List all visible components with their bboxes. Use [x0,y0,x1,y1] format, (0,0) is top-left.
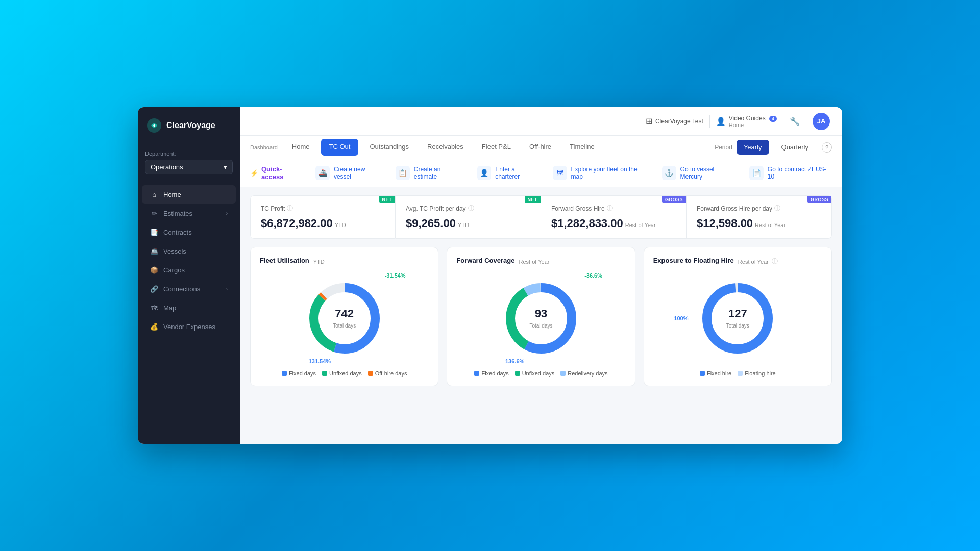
info-icon[interactable]: ⓘ [607,204,613,213]
header-divider [709,115,710,128]
top-annotation: -36.6% [584,272,602,279]
sidebar-item-label: Contracts [163,229,192,236]
quick-action-enter-charterer[interactable]: 👤 Enter a charterer [477,166,541,180]
legend-floating-hire: Floating hire [738,370,776,377]
app-name: ClearVoyage [166,121,215,130]
quick-action-create-vessel[interactable]: 🚢 Create new vessel [315,166,383,180]
wrench-icon: 🔧 [790,116,800,126]
main-content: ⊞ ClearVoyage Test 👤 Video Guides 4 Home [240,107,842,444]
top-annotation: -31.54% [385,272,406,279]
kpi-row: NET TC Profit ⓘ $6,872,982.00YTD NET Avg… [250,195,832,239]
cargos-icon: 📦 [150,266,158,274]
header-divider3 [806,115,806,128]
legend-unfixed-days: Unfixed days [515,370,555,377]
department-select[interactable]: Operations ▾ [145,160,233,174]
legend-dot [560,371,566,376]
sidebar-item-connections[interactable]: 🔗 Connections › [142,280,236,298]
chart-area: 742 Total days -31.54% 131.54% [260,272,429,364]
sidebar: ClearVoyage Department: Operations ▾ ⌂ H… [138,107,240,444]
vessel-icon: 🚢 [315,166,330,180]
quick-action-go-zeus[interactable]: 📄 Go to contract ZEUS-10 [749,166,832,180]
anchor-icon: ⚓ [662,166,676,180]
period-help-icon[interactable]: ? [822,142,832,153]
chart-forward-coverage: Forward Coverage Rest of Year [447,247,635,386]
chart-legend: Fixed days Unfixed days Off-hire days [260,370,429,377]
info-icon[interactable]: ⓘ [468,204,474,213]
legend-unfixed-days: Unfixed days [322,370,362,377]
sidebar-item-vessels[interactable]: 🚢 Vessels [142,242,236,260]
tab-home[interactable]: Home [284,136,318,159]
bottom-annotation: 131.54% [309,358,331,364]
sidebar-item-label: Connections [163,285,200,293]
chart-subtitle: Rest of Year [519,259,549,265]
legend-dot [700,371,705,376]
vessels-icon: 🚢 [150,247,158,255]
tab-receivables[interactable]: Receivables [419,136,472,159]
legend-dot [515,371,520,376]
map-icon: 🗺 [150,304,158,312]
vendor-icon: 💰 [150,322,158,331]
kpi-forward-gross-hire-day: GROSS Forward Gross Hire per day ⓘ $12,5… [687,195,832,239]
tab-tc-out[interactable]: TC Out [321,139,359,156]
video-guides-label: Video Guides 4 [729,115,777,122]
sidebar-item-vendor-expenses[interactable]: 💰 Vendor Expenses [142,317,236,336]
video-guides-icon: 👤 [716,117,726,126]
tab-fleet-pl[interactable]: Fleet P&L [474,136,519,159]
info-icon[interactable]: ⓘ [774,204,780,213]
top-header: ⊞ ClearVoyage Test 👤 Video Guides 4 Home [240,107,842,136]
legend-fixed-hire: Fixed hire [700,370,731,377]
chevron-down-icon: ▾ [224,163,227,171]
sidebar-item-label: Estimates [163,210,192,217]
left-annotation: 100% [674,315,688,321]
user-avatar[interactable]: JA [813,113,830,130]
donut-label: 127 Total days [726,307,749,330]
workspace-indicator: ⊞ ClearVoyage Test [646,116,703,126]
quick-access-label: ⚡ Quick-access [250,165,303,181]
kpi-badge-net: NET [379,196,396,203]
chart-exposure-floating: Exposure to Floating Hire Rest of Year ⓘ [644,247,832,386]
kpi-value: $1,282,833.00Rest of Year [551,217,676,230]
donut-label: 742 Total days [333,307,356,330]
kpi-value: $9,265.00YTD [406,217,530,230]
tab-off-hire[interactable]: Off-hire [521,136,559,159]
charts-row: Fleet Utilisation YTD [250,247,832,386]
settings-button[interactable]: 🔧 [790,116,800,126]
sidebar-item-map[interactable]: 🗺 Map [142,298,236,317]
video-guides-button[interactable]: 👤 Video Guides 4 Home [716,115,777,128]
kpi-avg-tc-profit: NET Avg. TC Profit per day ⓘ $9,265.00YT… [396,195,541,239]
quick-action-explore-map[interactable]: 🗺 Explore your fleet on the map [553,166,650,180]
dashboard-label: Dashboard [250,137,278,158]
sidebar-item-cargos[interactable]: 📦 Cargos [142,261,236,279]
info-icon[interactable]: ⓘ [287,204,293,213]
tab-bar-left: Home TC Out Outstandings Receivables Fle… [284,136,704,159]
tab-bar: Dashboard Home TC Out Outstandings Recei… [240,136,842,159]
chart-subtitle: YTD [313,259,325,265]
period-tab-quarterly[interactable]: Quarterly [774,140,816,155]
kpi-badge-gross: GROSS [662,196,686,203]
sidebar-item-estimates[interactable]: ✏ Estimates › [142,204,236,222]
period-label: Period [715,144,732,151]
period-tab-yearly[interactable]: Yearly [737,140,769,155]
chart-title: Fleet Utilisation [260,257,309,264]
legend-fixed-days: Fixed days [474,370,508,377]
quick-action-create-estimate[interactable]: 📋 Create an estimate [396,166,464,180]
sidebar-item-label: Home [163,191,181,198]
department-value: Operations [151,163,183,171]
department-section: Department: Operations ▾ [138,144,240,181]
kpi-title: Forward Gross Hire per day ⓘ [697,204,821,213]
kpi-tc-profit: NET TC Profit ⓘ $6,872,982.00YTD [250,195,396,239]
tab-outstandings[interactable]: Outstandings [361,136,417,159]
donut-label: 93 Total days [529,307,552,330]
bottom-annotation: 136.6% [505,358,524,364]
info-icon[interactable]: ⓘ [772,257,778,266]
estimates-icon: ✏ [150,209,158,217]
tab-timeline[interactable]: Timeline [561,136,603,159]
sidebar-item-home[interactable]: ⌂ Home [142,185,236,204]
chart-area: 127 Total days 100% [653,272,822,364]
quick-action-go-mercury[interactable]: ⚓ Go to vessel Mercury [662,166,737,180]
quick-access-bar: ⚡ Quick-access 🚢 Create new vessel 📋 Cre… [240,159,842,187]
sidebar-item-contracts[interactable]: 📑 Contracts [142,223,236,241]
chart-fleet-utilisation: Fleet Utilisation YTD [250,247,438,386]
contracts-icon: 📑 [150,228,158,236]
kpi-value: $12,598.00Rest of Year [697,217,821,230]
